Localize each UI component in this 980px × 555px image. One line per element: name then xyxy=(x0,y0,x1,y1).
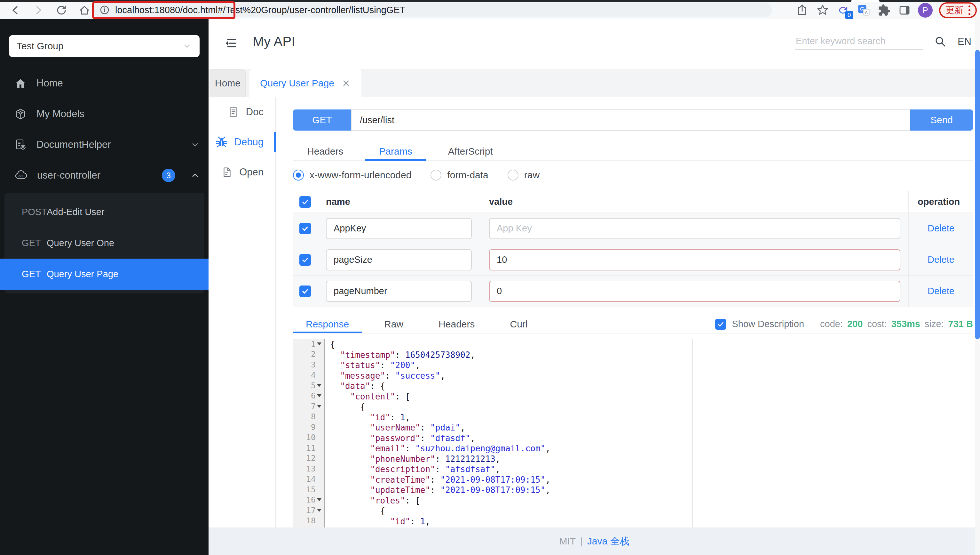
param-name-input[interactable] xyxy=(326,249,472,271)
extensions-puzzle-icon[interactable] xyxy=(877,3,891,17)
rail-item-open[interactable]: Open xyxy=(209,157,275,187)
sidebar-item-label: user-controller xyxy=(37,170,101,181)
line-number: 7 xyxy=(311,402,316,411)
address-bar[interactable]: localhost:18080/doc.html#/Test%20Group/u… xyxy=(91,3,772,17)
param-name-input[interactable] xyxy=(326,218,472,239)
caret-spacer xyxy=(316,443,323,453)
response-tab-raw[interactable]: Raw xyxy=(371,315,416,333)
language-toggle[interactable]: EN xyxy=(958,36,971,47)
collapse-caret-icon[interactable] xyxy=(316,401,323,412)
delete-row-link[interactable]: Delete xyxy=(927,255,954,265)
param-value-input[interactable] xyxy=(489,281,900,302)
request-tab-params[interactable]: Params xyxy=(365,143,426,160)
endpoint-query-user-page[interactable]: GET Query User Page xyxy=(0,258,209,290)
close-icon[interactable] xyxy=(341,79,351,88)
body-type-x-www-form-urlencoded[interactable]: x-www-form-urlencoded xyxy=(293,170,411,181)
collapse-caret-icon[interactable] xyxy=(316,391,323,401)
profile-avatar[interactable]: P xyxy=(918,3,933,18)
delete-row-link[interactable]: Delete xyxy=(927,223,954,234)
param-value-input[interactable] xyxy=(489,218,900,239)
code-line: "description": "afsdfsaf", xyxy=(330,464,692,475)
group-select[interactable]: Test Group xyxy=(9,35,200,57)
param-value-input[interactable] xyxy=(489,249,900,271)
body-type-form-data[interactable]: form-data xyxy=(430,170,488,181)
response-tab-response[interactable]: Response xyxy=(293,315,362,333)
row-checkbox[interactable] xyxy=(299,254,311,266)
show-description-checkbox[interactable] xyxy=(715,319,726,330)
code-line: { xyxy=(330,402,692,412)
endpoint-count-badge: 3 xyxy=(162,169,175,182)
collapse-sidebar-icon[interactable] xyxy=(224,36,238,51)
radio-icon[interactable] xyxy=(293,170,304,181)
http-method-button[interactable]: GET xyxy=(293,109,351,131)
param-name-cell xyxy=(317,276,480,307)
caret-spacer xyxy=(316,516,323,526)
response-tab-curl[interactable]: Curl xyxy=(497,315,540,333)
footer-link[interactable]: Java 全栈 xyxy=(587,535,630,548)
chrome-update-button[interactable]: 更新 xyxy=(939,2,977,18)
endpoint-query-user-one[interactable]: GET Query User One xyxy=(5,228,204,258)
line-number: 13 xyxy=(306,464,316,473)
tab-query-user-page[interactable]: Query User Page xyxy=(249,69,361,97)
endpoint-label: Add-Edit User xyxy=(47,207,105,217)
url-text[interactable]: localhost:18080/doc.html#/Test%20Group/u… xyxy=(115,5,405,15)
sidebar-item-user-controller[interactable]: API user-controller3 xyxy=(0,160,209,191)
param-operation-cell: Delete xyxy=(909,213,973,244)
page-scrollbar[interactable] xyxy=(975,19,980,555)
menu-dots-icon[interactable] xyxy=(969,9,970,11)
sidebar-item-documenthelper[interactable]: DocumentHelper xyxy=(0,129,209,160)
code-line: "createTime": "2021-09-08T17:09:15", xyxy=(330,475,692,485)
bookmark-star-icon[interactable] xyxy=(815,3,830,17)
param-name-input[interactable] xyxy=(326,281,472,302)
param-operation-cell: Delete xyxy=(909,244,973,276)
sync-extension-icon[interactable]: 0 xyxy=(836,3,850,17)
sidebar-item-label: My Models xyxy=(37,108,85,120)
radio-icon[interactable] xyxy=(508,170,518,181)
delete-row-link[interactable]: Delete xyxy=(927,286,954,297)
rail-item-debug[interactable]: Debug xyxy=(209,127,275,157)
browser-toolbar: localhost:18080/doc.html#/Test%20Group/u… xyxy=(0,0,980,19)
row-checkbox[interactable] xyxy=(299,196,311,208)
rail-item-label: Open xyxy=(239,167,264,178)
meta-value: 353ms xyxy=(891,319,920,329)
collapse-caret-icon[interactable] xyxy=(316,380,323,391)
response-tab-headers[interactable]: Headers xyxy=(426,315,488,333)
back-icon[interactable] xyxy=(8,3,22,17)
line-number: 1 xyxy=(311,339,316,348)
sidebar-item-my-models[interactable]: My Models xyxy=(0,99,209,129)
page-title: My API xyxy=(253,34,295,49)
radio-icon[interactable] xyxy=(430,170,441,181)
share-icon[interactable] xyxy=(795,3,809,17)
sidebar-item-home[interactable]: Home xyxy=(0,68,209,99)
endpoint-method: POST xyxy=(5,207,47,217)
row-checkbox[interactable] xyxy=(299,223,311,234)
search-input[interactable] xyxy=(795,33,923,50)
side-panel-icon[interactable] xyxy=(897,3,911,17)
request-tab-afterscript[interactable]: AfterScript xyxy=(434,143,507,160)
sync-badge: 0 xyxy=(845,11,853,19)
doc-icon xyxy=(227,106,240,118)
collapse-caret-icon[interactable] xyxy=(316,505,323,516)
site-info-icon[interactable] xyxy=(99,5,110,15)
forward-icon[interactable] xyxy=(31,3,45,17)
request-url-input[interactable] xyxy=(351,109,910,131)
tab-home[interactable]: Home xyxy=(210,69,246,97)
caret-spacer xyxy=(316,370,323,380)
body-type-raw[interactable]: raw xyxy=(508,170,540,181)
translate-icon[interactable]: GA xyxy=(857,3,871,17)
search-icon[interactable] xyxy=(934,35,947,48)
rail-item-doc[interactable]: Doc xyxy=(209,97,275,127)
line-number: 5 xyxy=(311,381,316,390)
response-pane-divider[interactable] xyxy=(692,338,693,528)
doc-gear-icon xyxy=(14,138,27,151)
collapse-caret-icon[interactable] xyxy=(316,495,323,505)
reload-icon[interactable] xyxy=(54,3,69,17)
scrollbar-thumb[interactable] xyxy=(975,50,980,339)
row-checkbox[interactable] xyxy=(299,286,311,297)
request-tab-headers[interactable]: Headers xyxy=(293,143,357,160)
line-number: 17 xyxy=(306,506,316,515)
send-button[interactable]: Send xyxy=(910,109,973,131)
endpoint-add-edit-user[interactable]: POST Add-Edit User xyxy=(5,197,204,228)
collapse-caret-icon[interactable] xyxy=(316,338,323,349)
home-browser-icon[interactable] xyxy=(77,3,91,17)
